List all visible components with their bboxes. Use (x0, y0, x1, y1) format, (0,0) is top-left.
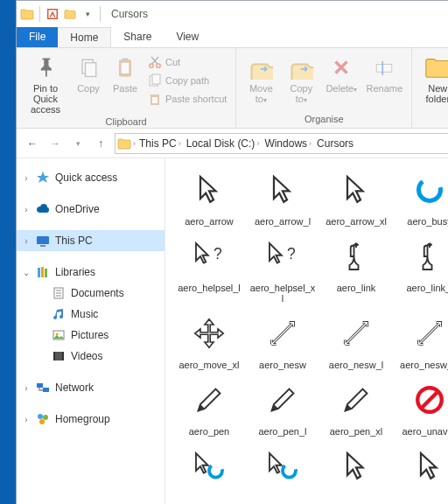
tab-home[interactable]: Home (58, 27, 111, 47)
breadcrumb-cursors[interactable]: Cursors (315, 137, 355, 150)
file-item[interactable]: aero_link_l (395, 232, 448, 304)
copy-to-button[interactable]: Copy to▾ (282, 52, 320, 107)
nav-videos[interactable]: Videos (17, 346, 164, 367)
file-name: aero_pen_xl (330, 426, 383, 437)
nav-libraries[interactable]: ⌄Libraries (17, 262, 164, 283)
new-folder-button[interactable]: New folder (417, 52, 448, 106)
file-item[interactable]: aero_pen (174, 375, 244, 437)
cursor-icon (405, 442, 448, 491)
chevron-right-icon[interactable]: › (22, 236, 31, 246)
qat-properties-icon[interactable] (46, 7, 60, 21)
cursor-icon (405, 309, 448, 358)
qat-new-folder-icon[interactable] (63, 7, 77, 21)
tab-file[interactable]: File (17, 27, 58, 47)
paste-button[interactable]: Paste (108, 52, 143, 116)
nav-pictures[interactable]: Pictures (17, 325, 164, 346)
nav-back-button[interactable]: ← (24, 135, 41, 152)
breadcrumb-this-pc[interactable]: This PC› (137, 137, 183, 150)
file-item[interactable]: aero_unavail (395, 375, 448, 437)
nav-recent-dropdown[interactable]: ▾ (69, 135, 87, 152)
nav-this-pc[interactable]: ›This PC (17, 230, 164, 251)
nav-forward-button[interactable]: → (46, 135, 64, 152)
svg-rect-36 (377, 65, 393, 73)
file-item[interactable]: aero_nesw_xl (395, 309, 448, 370)
file-name: aero_pen_l (258, 426, 306, 437)
cursor-icon (185, 309, 234, 358)
chevron-right-icon[interactable]: › (22, 173, 31, 183)
nav-network[interactable]: ›Network (17, 377, 164, 398)
svg-rect-31 (48, 10, 58, 19)
file-item[interactable]: aero_helpsel_l (174, 232, 244, 304)
nav-onedrive[interactable]: ›OneDrive (17, 199, 164, 220)
file-item[interactable]: aero_arrow_l (248, 165, 318, 227)
file-name: aero_helpsel_l (178, 283, 241, 293)
file-name: aero_nesw (259, 360, 306, 370)
file-name: aero_nesw_l (329, 360, 383, 370)
breadcrumb-local-disk[interactable]: Local Disk (C:)› (185, 137, 262, 150)
nav-up-button[interactable]: ↑ (92, 135, 109, 152)
address-bar[interactable]: › This PC› Local Disk (C:)› Windows› Cur… (115, 133, 448, 154)
nav-documents[interactable]: Documents (17, 283, 164, 304)
file-item[interactable] (174, 442, 244, 493)
ribbon-group-new: New folder (412, 48, 448, 128)
copy-button[interactable]: Copy (71, 52, 106, 116)
ribbon-group-clipboard: Pin to Quick access Copy Paste Cut Copy … (17, 48, 236, 128)
cursor-icon (258, 232, 307, 281)
file-item[interactable]: aero_move_xl (174, 309, 244, 370)
file-item[interactable]: aero_helpsel_xl (248, 232, 318, 304)
file-name: aero_arrow_l (255, 216, 311, 227)
chevron-right-icon[interactable]: › (22, 415, 31, 424)
copy-path-button[interactable]: Copy path (144, 72, 230, 89)
cursor-icon (332, 442, 381, 491)
qat-dropdown-icon[interactable]: ▾ (80, 7, 94, 21)
cursor-icon (405, 375, 448, 424)
chevron-right-icon[interactable]: › (22, 383, 31, 393)
file-item[interactable] (395, 442, 448, 493)
file-name: aero_arrow (185, 216, 234, 227)
nav-quick-access[interactable]: ›Quick access (17, 167, 164, 188)
file-item[interactable]: aero_nesw_l (321, 309, 391, 370)
breadcrumb-windows[interactable]: Windows› (262, 137, 313, 150)
paste-shortcut-button[interactable]: Paste shortcut (144, 90, 230, 108)
nav-row: ← → ▾ ↑ › This PC› Local Disk (C:)› Wind… (17, 129, 448, 158)
cursor-icon (332, 375, 381, 424)
cursor-icon (405, 232, 448, 281)
chevron-down-icon[interactable]: ⌄ (22, 268, 31, 277)
file-item[interactable]: aero_pen_xl (321, 375, 391, 437)
nav-music[interactable]: Music (17, 304, 164, 325)
cursor-icon (185, 442, 234, 491)
ribbon-tabs: File Home Share View (17, 27, 448, 48)
cursor-icon (185, 165, 234, 214)
file-name: aero_move_xl (178, 360, 239, 370)
cursor-icon (185, 375, 234, 424)
delete-button[interactable]: Delete▾ (322, 52, 360, 107)
file-item[interactable]: aero_pen_l (248, 375, 318, 437)
cursor-icon (258, 375, 307, 424)
ribbon: Pin to Quick access Copy Paste Cut Copy … (17, 48, 448, 129)
cut-button[interactable]: Cut (144, 53, 230, 71)
ribbon-group-organise: Move to▾ Copy to▾ Delete▾ Rename Organis… (236, 48, 412, 128)
cursor-icon (258, 309, 307, 358)
file-item[interactable] (321, 442, 391, 493)
file-item[interactable]: aero_link (321, 232, 391, 304)
file-item[interactable] (248, 442, 318, 493)
tab-share[interactable]: Share (111, 27, 164, 47)
chevron-right-icon[interactable]: › (22, 205, 31, 214)
tab-view[interactable]: View (164, 27, 211, 47)
rename-button[interactable]: Rename (362, 52, 406, 107)
file-item[interactable]: aero_busy (395, 165, 448, 227)
file-name: aero_nesw_xl (400, 360, 448, 370)
svg-rect-35 (152, 97, 158, 103)
file-item[interactable]: aero_nesw (248, 309, 318, 370)
move-to-button[interactable]: Move to▾ (242, 52, 280, 107)
navigation-pane: ›Quick access ›OneDrive ›This PC ⌄Librar… (17, 158, 165, 504)
nav-homegroup[interactable]: ›Homegroup (17, 409, 164, 430)
file-view[interactable]: aero_arrowaero_arrow_laero_arrow_xlaero_… (165, 158, 448, 504)
file-item[interactable]: aero_arrow (174, 165, 244, 227)
file-item[interactable]: aero_arrow_xl (321, 165, 391, 227)
pin-quick-access-button[interactable]: Pin to Quick access (22, 52, 69, 116)
file-name: aero_pen (189, 426, 230, 437)
cursor-icon (332, 232, 381, 281)
file-name: aero_arrow_xl (326, 216, 387, 227)
file-name: aero_unavail (402, 426, 449, 437)
